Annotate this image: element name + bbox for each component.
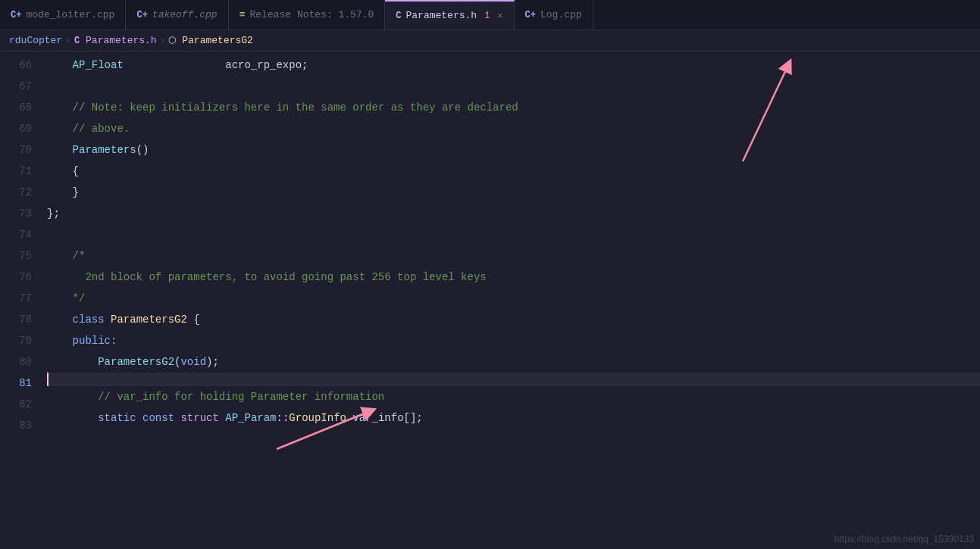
line-num-74: 74 <box>6 224 32 245</box>
tab-parameters-h[interactable]: C Parameters.h 1 ✕ <box>385 0 514 30</box>
code-line-81 <box>47 373 980 386</box>
code-token <box>47 351 98 373</box>
code-line-70: Parameters() <box>47 139 980 161</box>
line-numbers: 66 67 68 69 70 71 72 73 74 75 76 77 78 7… <box>0 51 38 546</box>
code-token: { <box>187 309 200 330</box>
h-icon: C <box>396 11 401 21</box>
code-line-71: { <box>47 161 980 182</box>
code-token: class <box>73 309 105 330</box>
breadcrumb-root[interactable]: rduCopter <box>9 35 62 46</box>
code-token: var_info[]; <box>346 407 423 429</box>
line-num-81: 81 <box>6 373 32 394</box>
line-num-72: 72 <box>6 182 32 203</box>
tab-label: Parameters.h <box>406 10 477 21</box>
code-token: ParametersG2 <box>98 351 174 373</box>
code-token <box>47 139 73 161</box>
code-line-83: static const struct AP_Param::GroupInfo … <box>47 407 980 429</box>
code-line-69: // above. <box>47 118 980 139</box>
tab-bar: C+ mode_loiter.cpp C+ takeoff.cpp ≡ Rele… <box>0 0 980 30</box>
code-token <box>136 407 142 429</box>
text-cursor <box>47 373 49 386</box>
code-line-82: // var_info for holding Parameter inform… <box>47 386 980 407</box>
code-line-77: */ <box>47 288 980 309</box>
line-num-78: 78 <box>6 309 32 330</box>
line-num-66: 66 <box>6 55 32 76</box>
line-num-70: 70 <box>6 139 32 161</box>
line-num-80: 80 <box>6 351 32 373</box>
code-token: :: <box>277 407 290 429</box>
code-token: */ <box>47 288 85 309</box>
code-token: Parameters <box>73 139 136 161</box>
breadcrumb-sep-2: › <box>160 35 166 46</box>
tab-log-cpp[interactable]: C+ Log.cpp <box>515 0 593 30</box>
cpp-icon: C+ <box>11 10 21 20</box>
breadcrumb: rduCopter › C Parameters.h › ⬡ Parameter… <box>0 30 980 51</box>
code-token: }; <box>47 203 60 224</box>
code-token <box>47 309 73 330</box>
code-token: } <box>47 182 79 203</box>
tab-close-button[interactable]: ✕ <box>497 10 503 21</box>
code-token <box>105 309 111 330</box>
line-num-83: 83 <box>6 415 32 436</box>
code-token: ( <box>174 351 180 373</box>
code-token: struct <box>180 407 218 429</box>
code-token: ); <box>206 351 219 373</box>
code-token: // above. <box>47 118 130 139</box>
tab-label: takeoff.cpp <box>152 9 218 20</box>
code-line-66: AP_Float acro_rp_expo; <box>47 55 980 76</box>
code-line-73: }; <box>47 203 980 224</box>
tab-release-notes[interactable]: ≡ Release Notes: 1.57.0 <box>229 0 386 30</box>
line-num-77: 77 <box>6 288 32 309</box>
code-token: static <box>98 407 136 429</box>
breadcrumb-file[interactable]: C Parameters.h <box>74 35 157 46</box>
code-token: 2nd block of parameters, to avoid going … <box>47 267 487 288</box>
tab-badge: 1 <box>484 11 490 21</box>
breadcrumb-symbol[interactable]: ⬡ ParametersG2 <box>168 35 252 46</box>
code-token <box>47 55 73 76</box>
code-token: { <box>47 161 79 182</box>
breadcrumb-sep-1: › <box>65 35 71 46</box>
code-token: public: <box>73 330 117 351</box>
tab-takeoff[interactable]: C+ takeoff.cpp <box>126 0 228 30</box>
line-num-76: 76 <box>6 267 32 288</box>
code-token: void <box>180 351 206 373</box>
notes-icon: ≡ <box>240 9 246 20</box>
code-line-80: ParametersG2(void); <box>47 351 980 373</box>
code-line-78: class ParametersG2 { <box>47 309 980 330</box>
line-num-68: 68 <box>6 97 32 118</box>
code-token <box>47 330 73 351</box>
code-token <box>219 407 225 429</box>
tab-mode-loiter[interactable]: C+ mode_loiter.cpp <box>0 0 126 30</box>
line-num-75: 75 <box>6 245 32 267</box>
code-token: // var_info for holding Parameter inform… <box>47 386 384 407</box>
code-token: () <box>136 139 149 161</box>
line-num-69: 69 <box>6 118 32 139</box>
code-token: AP_Float <box>73 55 124 76</box>
code-token: ParametersG2 <box>111 309 187 330</box>
cpp-icon: C+ <box>136 10 147 20</box>
editor: 66 67 68 69 70 71 72 73 74 75 76 77 78 7… <box>0 51 980 546</box>
code-token: const <box>142 407 174 429</box>
code-token <box>47 407 98 429</box>
line-num-73: 73 <box>6 203 32 224</box>
tab-label: Release Notes: 1.57.0 <box>249 9 374 20</box>
code-area[interactable]: AP_Float acro_rp_expo; // Note: keep ini… <box>38 51 980 546</box>
line-num-71: 71 <box>6 161 32 182</box>
watermark: https://blog.csdn.net/qq_15390133 <box>834 534 974 544</box>
code-line-68: // Note: keep initializers here in the s… <box>47 97 980 118</box>
code-line-72: } <box>47 182 980 203</box>
line-num-82: 82 <box>6 394 32 415</box>
code-token: AP_Param <box>225 407 276 429</box>
cpp-icon: C+ <box>525 10 536 20</box>
tab-label: mode_loiter.cpp <box>26 9 114 20</box>
code-line-74 <box>47 224 980 245</box>
code-line-76: 2nd block of parameters, to avoid going … <box>47 267 980 288</box>
code-token: acro_rp_expo; <box>124 55 308 76</box>
line-num-67: 67 <box>6 76 32 97</box>
tab-label: Log.cpp <box>540 9 582 20</box>
code-token: /* <box>47 245 85 267</box>
code-line-79: public: <box>47 330 980 351</box>
code-token <box>174 407 180 429</box>
code-line-75: /* <box>47 245 980 267</box>
code-token: GroupInfo <box>289 407 346 429</box>
